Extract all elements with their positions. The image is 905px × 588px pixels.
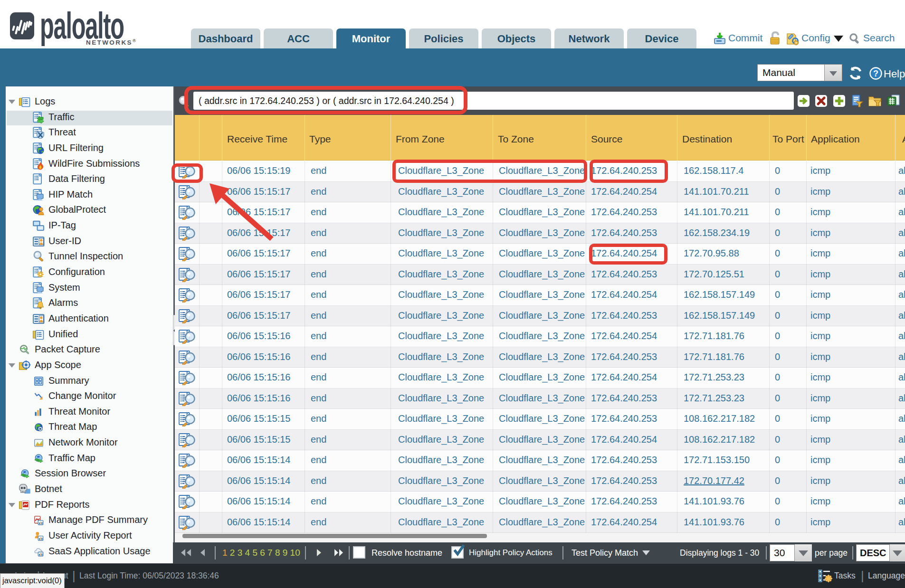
svg-text:?: ? <box>873 69 878 78</box>
